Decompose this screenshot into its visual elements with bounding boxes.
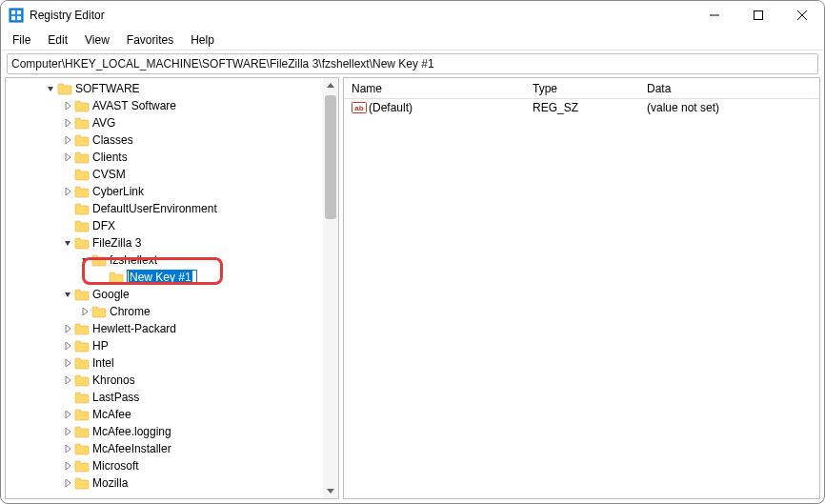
svg-rect-1 bbox=[11, 10, 15, 14]
tree-item[interactable]: McAfee bbox=[6, 406, 323, 423]
folder-icon bbox=[74, 442, 90, 455]
content-area: SOFTWAREAVAST SoftwareAVGClassesClientsC… bbox=[1, 77, 824, 503]
close-button[interactable] bbox=[780, 1, 824, 30]
string-value-icon: ab bbox=[352, 101, 367, 114]
tree-item[interactable]: AVG bbox=[6, 114, 323, 131]
tree-item[interactable]: Khronos bbox=[6, 372, 323, 389]
tree-item-label: SOFTWARE bbox=[75, 82, 140, 95]
tree-scrollbar[interactable] bbox=[323, 78, 338, 498]
folder-icon bbox=[74, 339, 90, 353]
tree-item[interactable]: Microsoft bbox=[6, 457, 323, 474]
tree-item[interactable]: McAfee.logging bbox=[6, 423, 323, 440]
tree-item-label: LastPass bbox=[92, 391, 139, 404]
folder-icon bbox=[74, 219, 90, 232]
tree-item[interactable]: LastPass bbox=[6, 389, 323, 406]
tree-item[interactable]: Intel bbox=[6, 354, 323, 372]
tree-item[interactable]: Google bbox=[6, 286, 323, 303]
svg-rect-2 bbox=[17, 10, 21, 14]
expand-arrow-icon[interactable] bbox=[61, 373, 74, 387]
tree-item[interactable]: DefaultUserEnvironment bbox=[6, 200, 323, 217]
tree-item[interactable]: Hewlett-Packard bbox=[6, 320, 323, 337]
folder-icon bbox=[74, 459, 90, 473]
rename-input[interactable]: New Key #1 bbox=[127, 270, 197, 285]
maximize-button[interactable] bbox=[736, 1, 780, 30]
svg-rect-3 bbox=[11, 16, 15, 20]
list-body[interactable]: ab (Default) REG_SZ (value not set) bbox=[344, 99, 819, 498]
menu-file[interactable]: File bbox=[5, 31, 38, 49]
expand-arrow-icon[interactable] bbox=[61, 236, 74, 250]
tree-item[interactable]: McAfeeInstaller bbox=[6, 440, 323, 457]
expand-arrow-icon[interactable] bbox=[61, 356, 74, 370]
expand-arrow-icon[interactable] bbox=[61, 116, 74, 130]
expand-arrow-icon[interactable] bbox=[61, 151, 74, 164]
tree-item[interactable]: HP bbox=[6, 337, 323, 354]
folder-icon bbox=[74, 151, 90, 164]
tree-item[interactable]: Chrome bbox=[6, 303, 323, 320]
expand-arrow-icon[interactable] bbox=[78, 305, 91, 318]
tree-item-label: McAfee bbox=[92, 408, 131, 421]
value-name: (Default) bbox=[369, 101, 412, 114]
folder-icon bbox=[74, 322, 90, 335]
menu-view[interactable]: View bbox=[77, 31, 117, 49]
expand-arrow-icon[interactable] bbox=[61, 425, 74, 438]
tree-item[interactable]: FileZilla 3 bbox=[6, 234, 323, 252]
tree-item[interactable]: fzshellext bbox=[6, 252, 323, 269]
minimize-button[interactable] bbox=[693, 1, 736, 30]
tree-item[interactable]: Mozilla bbox=[6, 474, 323, 492]
expand-arrow-icon[interactable] bbox=[44, 82, 57, 95]
expand-arrow-icon[interactable] bbox=[61, 185, 74, 198]
tree-item[interactable]: Classes bbox=[6, 131, 323, 149]
app-icon bbox=[9, 8, 24, 23]
tree-item[interactable]: AVAST Software bbox=[6, 97, 323, 114]
folder-icon bbox=[74, 288, 90, 301]
folder-icon bbox=[74, 202, 90, 215]
tree-item[interactable]: SOFTWARE bbox=[6, 80, 323, 97]
tree-item-label: McAfee.logging bbox=[92, 425, 171, 438]
scroll-down-button[interactable] bbox=[323, 483, 338, 498]
titlebar: Registry Editor bbox=[1, 1, 824, 30]
tree-item-label: fzshellext bbox=[110, 253, 157, 267]
tree-item-label: DefaultUserEnvironment bbox=[92, 202, 217, 215]
expand-arrow-icon[interactable] bbox=[61, 288, 74, 301]
tree-item-label: Chrome bbox=[110, 305, 151, 318]
tree-item[interactable]: DFX bbox=[6, 217, 323, 234]
expand-arrow-icon[interactable] bbox=[61, 459, 74, 473]
tree-item-label: Mozilla bbox=[92, 476, 128, 490]
menu-edit[interactable]: Edit bbox=[40, 31, 75, 49]
expand-arrow-icon[interactable] bbox=[61, 99, 74, 112]
scroll-thumb[interactable] bbox=[325, 95, 336, 219]
folder-icon bbox=[91, 253, 107, 267]
svg-rect-4 bbox=[17, 16, 21, 20]
expand-arrow-icon[interactable] bbox=[61, 476, 74, 490]
tree-pane: SOFTWAREAVAST SoftwareAVGClassesClientsC… bbox=[5, 77, 339, 499]
address-text: Computer\HKEY_LOCAL_MACHINE\SOFTWARE\Fil… bbox=[11, 57, 434, 71]
scroll-track[interactable] bbox=[323, 93, 338, 483]
folder-icon bbox=[74, 236, 90, 250]
address-bar[interactable]: Computer\HKEY_LOCAL_MACHINE\SOFTWARE\Fil… bbox=[7, 53, 818, 74]
expand-arrow-icon[interactable] bbox=[61, 408, 74, 421]
folder-icon bbox=[109, 271, 124, 284]
expand-arrow-icon[interactable] bbox=[78, 253, 91, 267]
scroll-up-button[interactable] bbox=[323, 78, 338, 93]
col-data[interactable]: Data bbox=[639, 82, 819, 95]
tree-item-label: AVAST Software bbox=[92, 99, 176, 112]
registry-editor-window: Registry Editor File Edit View Favorites… bbox=[0, 0, 825, 504]
window-title: Registry Editor bbox=[30, 9, 693, 22]
tree-item[interactable]: CVSM bbox=[6, 166, 323, 183]
menu-favorites[interactable]: Favorites bbox=[119, 31, 181, 49]
expand-arrow-icon[interactable] bbox=[61, 442, 74, 455]
col-name[interactable]: Name bbox=[344, 82, 525, 95]
tree-item-label: CVSM bbox=[92, 168, 126, 181]
tree-item[interactable]: New Key #1 bbox=[6, 269, 323, 286]
expand-arrow-icon[interactable] bbox=[61, 339, 74, 353]
tree-item[interactable]: Clients bbox=[6, 149, 323, 166]
registry-tree[interactable]: SOFTWAREAVAST SoftwareAVGClassesClientsC… bbox=[6, 78, 323, 498]
expand-arrow-icon[interactable] bbox=[61, 133, 74, 147]
menu-help[interactable]: Help bbox=[183, 31, 222, 49]
tree-item[interactable]: CyberLink bbox=[6, 183, 323, 200]
expand-arrow-icon[interactable] bbox=[61, 322, 74, 335]
tree-item-label: DFX bbox=[92, 219, 115, 232]
col-type[interactable]: Type bbox=[525, 82, 639, 95]
tree-item-label: HP bbox=[92, 339, 109, 353]
list-row[interactable]: ab (Default) REG_SZ (value not set) bbox=[344, 99, 819, 116]
